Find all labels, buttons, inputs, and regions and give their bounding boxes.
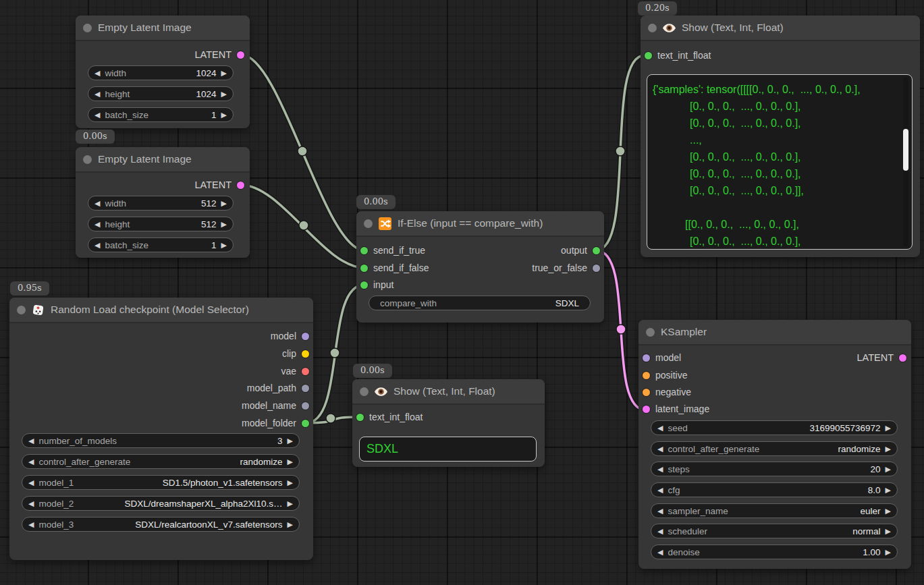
decrement-arrow-icon[interactable]: ◀ (28, 437, 34, 445)
text-int-float-port-icon[interactable] (356, 414, 364, 421)
decrement-arrow-icon[interactable]: ◀ (657, 486, 663, 494)
increment-arrow-icon[interactable]: ▶ (288, 458, 293, 466)
true-or-false-port-icon[interactable] (593, 264, 600, 272)
widget-model-1[interactable]: ◀ model_1 SD1.5/photon_v1.safetensors ▶ (22, 475, 300, 490)
output-clip[interactable]: clip (282, 345, 309, 362)
widget-steps[interactable]: ◀ steps 20 ▶ (651, 462, 898, 476)
increment-arrow-icon[interactable]: ▶ (221, 221, 227, 228)
latent-port-icon[interactable] (237, 51, 244, 59)
input-port-icon[interactable] (360, 281, 368, 289)
node-empty-latent-image-1[interactable]: Empty Latent Image LATENT ◀ width 1024 ▶… (76, 16, 250, 128)
widget-width[interactable]: ◀ width 1024 ▶ (88, 65, 234, 80)
widget-sampler-name[interactable]: ◀ sampler_name euler ▶ (651, 503, 898, 518)
node-graph-canvas[interactable]: Empty Latent Image LATENT ◀ width 1024 ▶… (0, 0, 924, 585)
decrement-arrow-icon[interactable]: ◀ (28, 500, 34, 507)
widget-model-3[interactable]: ◀ model_3 SDXL/realcartoonXL_v7.safetens… (22, 517, 300, 532)
collapse-dot[interactable] (83, 24, 92, 32)
increment-arrow-icon[interactable]: ▶ (221, 90, 227, 98)
input-model[interactable]: model (643, 350, 681, 366)
model-folder-port-icon[interactable] (302, 420, 309, 427)
send-if-true-port-icon[interactable] (360, 247, 368, 254)
input-input[interactable]: input (360, 277, 393, 293)
node-title-bar[interactable]: Empty Latent Image (76, 147, 250, 173)
widget-seed[interactable]: ◀ seed 31699055736972 ▶ (651, 420, 898, 435)
widget-control-after-generate[interactable]: ◀ control_after_generate randomize ▶ (22, 454, 300, 469)
increment-arrow-icon[interactable]: ▶ (886, 549, 891, 556)
widget-width[interactable]: ◀ width 512 ▶ (88, 196, 234, 211)
decrement-arrow-icon[interactable]: ◀ (94, 242, 100, 249)
widget-number-of-models[interactable]: ◀ number_of_models 3 ▶ (22, 433, 300, 448)
latent-port-icon[interactable] (899, 354, 906, 362)
widget-batch-size[interactable]: ◀ batch_size 1 ▶ (88, 107, 234, 122)
widget-height[interactable]: ◀ height 1024 ▶ (88, 86, 234, 101)
node-show-folder[interactable]: Show (Text, Int, Float) text_int_float S… (352, 379, 545, 467)
node-random-load-checkpoint[interactable]: Random Load checkpoint (Model Selector) … (9, 298, 313, 560)
increment-arrow-icon[interactable]: ▶ (221, 200, 227, 207)
latent-image-port-icon[interactable] (643, 406, 650, 413)
widget-model-2[interactable]: ◀ model_2 SDXL/dreamshaperXL_alpha2Xl10.… (22, 496, 300, 511)
node-title-bar[interactable]: If-Else (input == compare_with) (356, 211, 604, 237)
widget-height[interactable]: ◀ height 512 ▶ (88, 217, 234, 231)
decrement-arrow-icon[interactable]: ◀ (94, 221, 100, 228)
input-text-int-float[interactable]: text_int_float (356, 409, 423, 425)
increment-arrow-icon[interactable]: ▶ (288, 479, 293, 486)
node-title-bar[interactable]: KSampler (638, 320, 911, 345)
output-model-name[interactable]: model_name (242, 397, 309, 414)
decrement-arrow-icon[interactable]: ◀ (94, 111, 100, 119)
scrollbar-thumb[interactable] (903, 129, 908, 171)
input-text-int-float[interactable]: text_int_float (645, 47, 711, 63)
output-model[interactable]: model (271, 328, 309, 344)
input-latent-image[interactable]: latent_image (643, 401, 709, 417)
increment-arrow-icon[interactable]: ▶ (886, 528, 891, 535)
input-send-if-true[interactable]: send_if_true (360, 242, 425, 258)
increment-arrow-icon[interactable]: ▶ (886, 466, 891, 473)
node-show-tensor[interactable]: Show (Text, Int, Float) text_int_float {… (641, 16, 920, 257)
input-negative[interactable]: negative (643, 384, 691, 400)
widget-cfg[interactable]: ◀ cfg 8.0 ▶ (651, 482, 898, 497)
widget-batch-size[interactable]: ◀ batch_size 1 ▶ (88, 238, 234, 252)
decrement-arrow-icon[interactable]: ◀ (94, 90, 100, 98)
decrement-arrow-icon[interactable]: ◀ (657, 549, 663, 556)
collapse-dot[interactable] (646, 328, 655, 337)
model-path-port-icon[interactable] (302, 385, 309, 392)
collapse-dot[interactable] (364, 219, 373, 228)
collapse-dot[interactable] (17, 306, 26, 314)
positive-port-icon[interactable] (643, 372, 650, 379)
increment-arrow-icon[interactable]: ▶ (221, 69, 227, 77)
widget-compare-with[interactable]: compare_with SDXL (369, 296, 591, 310)
text-output-box[interactable]: SDXL (359, 437, 537, 462)
model-port-icon[interactable] (643, 354, 650, 362)
output-latent[interactable]: LATENT (194, 47, 244, 63)
node-title-bar[interactable]: Show (Text, Int, Float) (352, 379, 545, 405)
clip-port-icon[interactable] (302, 350, 309, 358)
decrement-arrow-icon[interactable]: ◀ (657, 445, 663, 453)
increment-arrow-icon[interactable]: ▶ (886, 424, 891, 432)
collapse-dot[interactable] (648, 24, 657, 32)
collapse-dot[interactable] (83, 155, 92, 164)
increment-arrow-icon[interactable]: ▶ (886, 507, 891, 515)
decrement-arrow-icon[interactable]: ◀ (94, 69, 100, 77)
increment-arrow-icon[interactable]: ▶ (288, 437, 293, 445)
widget-denoise[interactable]: ◀ denoise 1.00 ▶ (651, 545, 898, 559)
increment-arrow-icon[interactable]: ▶ (221, 111, 227, 119)
send-if-false-port-icon[interactable] (360, 264, 368, 272)
input-positive[interactable]: positive (643, 367, 687, 383)
decrement-arrow-icon[interactable]: ◀ (28, 479, 34, 486)
input-send-if-false[interactable]: send_if_false (360, 260, 429, 276)
negative-port-icon[interactable] (643, 389, 650, 396)
decrement-arrow-icon[interactable]: ◀ (94, 200, 100, 207)
decrement-arrow-icon[interactable]: ◀ (657, 466, 663, 473)
increment-arrow-icon[interactable]: ▶ (288, 521, 293, 528)
model-name-port-icon[interactable] (302, 402, 309, 410)
output-vae[interactable]: vae (281, 363, 309, 379)
node-empty-latent-image-2[interactable]: Empty Latent Image LATENT ◀ width 512 ▶ … (76, 147, 250, 258)
decrement-arrow-icon[interactable]: ◀ (28, 521, 34, 528)
node-title-bar[interactable]: Random Load checkpoint (Model Selector) (9, 298, 313, 323)
output-port-icon[interactable] (593, 247, 600, 254)
node-ksampler[interactable]: KSampler model positive negative latent_… (638, 320, 911, 569)
model-port-icon[interactable] (302, 333, 309, 340)
output-output[interactable]: output (561, 242, 600, 258)
widget-scheduler[interactable]: ◀ scheduler normal ▶ (651, 524, 898, 538)
node-title-bar[interactable]: Show (Text, Int, Float) (641, 16, 920, 41)
decrement-arrow-icon[interactable]: ◀ (657, 528, 663, 535)
